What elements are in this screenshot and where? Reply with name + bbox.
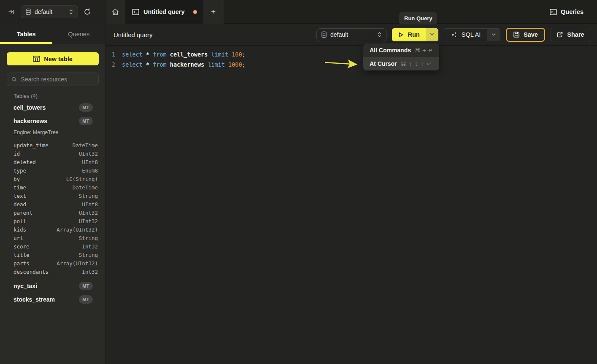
topbar-left-section: default <box>0 0 105 24</box>
editor-toolbar: Untitled query default <box>106 24 597 46</box>
column-name: url <box>14 235 79 241</box>
play-icon <box>398 32 404 38</box>
table-row-hackernews[interactable]: hackernewsMT <box>0 114 105 128</box>
column-type: Int32 <box>82 243 98 250</box>
column-row: typeEnum8 <box>0 166 105 175</box>
collapse-sidebar-icon <box>8 8 15 16</box>
sql-ai-main[interactable]: SQL AI <box>444 29 487 41</box>
table-name: stocks_stream <box>14 296 79 303</box>
sql-ai-button[interactable]: SQL AI <box>444 28 500 41</box>
save-button-label: Save <box>524 31 538 38</box>
column-name: descendants <box>14 269 82 275</box>
queries-button[interactable]: Queries <box>550 5 583 19</box>
table-name: hackernews <box>14 118 79 124</box>
run-button-label: Run <box>408 31 419 38</box>
database-selector-toolbar[interactable]: default <box>316 28 386 41</box>
home-button[interactable] <box>105 0 125 24</box>
engine-badge: MT <box>79 282 93 290</box>
line-number: 1 <box>109 51 115 58</box>
column-row: pollUInt32 <box>0 217 105 225</box>
tables-section-label: Tables (4) <box>14 93 105 99</box>
column-type: UInt8 <box>82 201 98 208</box>
engine-badge: MT <box>79 117 93 125</box>
save-button[interactable]: Save <box>506 28 545 42</box>
column-row: textString <box>0 191 105 200</box>
column-name: update_time <box>14 142 73 148</box>
column-name: type <box>14 167 82 174</box>
table-row-nyc_taxi[interactable]: nyc_taxiMT <box>0 279 105 293</box>
column-name: id <box>14 151 79 157</box>
column-row: deadUInt8 <box>0 200 105 208</box>
save-floppy-icon <box>513 31 520 38</box>
column-name: text <box>14 193 79 199</box>
column-type: String <box>79 252 98 258</box>
run-button[interactable]: Run <box>392 28 438 41</box>
column-name: parent <box>14 210 79 216</box>
share-button[interactable]: Share <box>551 28 590 41</box>
column-name: dead <box>14 201 82 208</box>
column-type: UInt32 <box>79 218 98 224</box>
refresh-icon <box>84 8 91 16</box>
column-name: kids <box>14 226 57 233</box>
menu-item-all-commands[interactable]: All Commands⌘ + ↵ <box>363 43 439 57</box>
column-row: scoreInt32 <box>0 242 105 251</box>
run-button-main[interactable]: Run <box>392 28 426 41</box>
code-line: 2select * from hackernews limit 1000; <box>109 59 597 70</box>
tables-list: cell_towersMThackernewsMTEngine: MergeTr… <box>0 101 105 306</box>
columns-list: update_timeDateTimeidUInt32deletedUInt8t… <box>0 141 105 276</box>
menu-item-at-cursor[interactable]: At Cursor⌘ + ⇧ + ↵ <box>363 57 439 70</box>
column-type: String <box>79 193 98 199</box>
topbar: default <box>0 0 597 24</box>
updown-chevron-icon <box>377 31 382 38</box>
column-name: poll <box>14 218 79 224</box>
home-icon <box>111 8 119 16</box>
engine-badge: MT <box>79 295 93 304</box>
sql-ai-options-caret[interactable] <box>487 29 500 41</box>
sidebar: Tables Queries New table Tables (4) cell… <box>0 24 105 364</box>
run-options-caret[interactable] <box>426 28 438 41</box>
column-row: descendantsInt32 <box>0 267 105 276</box>
column-type: Array(UInt32) <box>57 260 98 267</box>
search-resources-input[interactable] <box>21 76 94 83</box>
table-row-stocks_stream[interactable]: stocks_streamMT <box>0 293 105 306</box>
menu-item-label: At Cursor <box>370 60 397 67</box>
sql-editor[interactable]: 1select * from cell_towers limit 100;2se… <box>106 46 597 364</box>
column-row: deletedUInt8 <box>0 158 105 166</box>
column-row: idUInt32 <box>0 149 105 158</box>
sidebar-tabs: Tables Queries <box>0 24 105 44</box>
new-table-label: New table <box>44 56 73 62</box>
unsaved-changes-dot <box>193 10 197 14</box>
toolbar-actions: default Run <box>316 28 590 42</box>
new-tab-button[interactable]: + <box>203 0 223 24</box>
column-row: urlString <box>0 234 105 242</box>
column-name: deleted <box>14 159 82 165</box>
new-table-button[interactable]: New table <box>7 52 99 65</box>
column-row: update_timeDateTime <box>0 141 105 149</box>
sidebar-tab-queries[interactable]: Queries <box>53 24 105 44</box>
sidebar-tab-tables[interactable]: Tables <box>0 24 53 44</box>
collapse-sidebar-button[interactable] <box>4 5 19 19</box>
menu-item-label: All Commands <box>370 47 411 54</box>
tab-untitled-query[interactable]: Untitled query <box>125 0 203 24</box>
run-options-menu: All Commands⌘ + ↵At Cursor⌘ + ⇧ + ↵ <box>363 43 439 70</box>
sql-ai-label: SQL AI <box>462 31 481 38</box>
column-type: UInt32 <box>79 151 98 157</box>
menu-item-shortcut: ⌘ + ↵ <box>415 47 433 54</box>
table-row-cell_towers[interactable]: cell_towersMT <box>0 101 105 114</box>
database-selector-topbar[interactable]: default <box>21 5 78 18</box>
database-selector-value: default <box>35 8 65 15</box>
query-title: Untitled query <box>113 31 316 38</box>
database-icon <box>321 31 327 38</box>
engine-label: Engine: MergeTree <box>14 129 105 137</box>
column-type: Array(UInt32) <box>57 226 98 233</box>
column-row: byLC(String) <box>0 175 105 183</box>
column-type: UInt32 <box>79 210 98 216</box>
table-name: cell_towers <box>14 104 79 111</box>
tab-title: Untitled query <box>143 8 189 15</box>
engine-badge: MT <box>79 103 93 112</box>
column-row: titleString <box>0 251 105 259</box>
search-icon <box>11 76 17 83</box>
refresh-button[interactable] <box>81 5 94 19</box>
column-name: by <box>14 176 66 182</box>
code-line: 1select * from cell_towers limit 100; <box>109 49 597 59</box>
